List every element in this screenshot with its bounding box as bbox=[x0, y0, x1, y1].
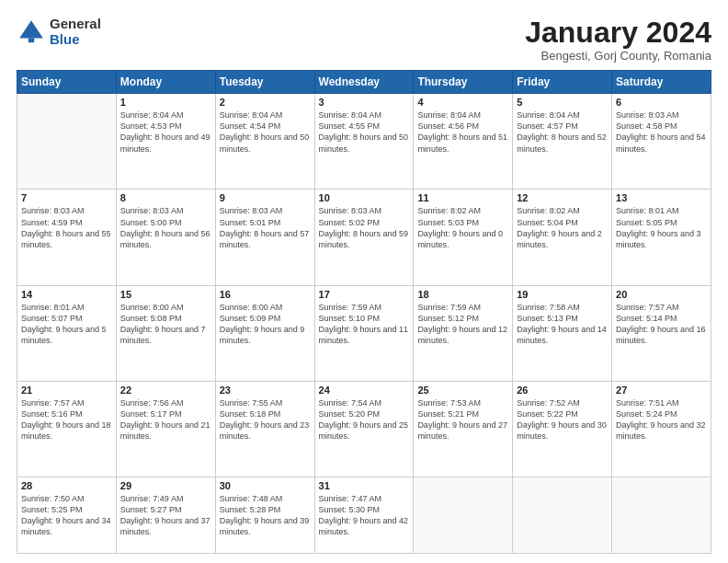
svg-marker-0 bbox=[19, 20, 43, 38]
calendar-week-2: 14Sunrise: 8:01 AMSunset: 5:07 PMDayligh… bbox=[17, 285, 711, 381]
day-info: Sunrise: 8:03 AMSunset: 5:01 PMDaylight:… bbox=[220, 205, 311, 250]
calendar-cell: 29Sunrise: 7:49 AMSunset: 5:27 PMDayligh… bbox=[116, 477, 215, 554]
calendar-week-0: 1Sunrise: 8:04 AMSunset: 4:53 PMDaylight… bbox=[17, 94, 711, 190]
day-number: 9 bbox=[220, 192, 311, 203]
day-info: Sunrise: 7:47 AMSunset: 5:30 PMDaylight:… bbox=[319, 493, 410, 538]
day-info: Sunrise: 7:52 AMSunset: 5:22 PMDaylight:… bbox=[517, 397, 608, 442]
calendar-cell: 7Sunrise: 8:03 AMSunset: 4:59 PMDaylight… bbox=[17, 190, 117, 285]
day-number: 4 bbox=[417, 97, 508, 108]
day-info: Sunrise: 7:49 AMSunset: 5:27 PMDaylight:… bbox=[120, 493, 211, 538]
day-number: 10 bbox=[319, 192, 410, 203]
day-number: 31 bbox=[319, 480, 410, 491]
day-number: 14 bbox=[21, 289, 112, 300]
day-number: 20 bbox=[616, 289, 707, 300]
logo: General Blue bbox=[17, 17, 101, 47]
weekday-header-friday: Friday bbox=[513, 71, 612, 94]
day-number: 23 bbox=[220, 385, 311, 396]
weekday-header-thursday: Thursday bbox=[414, 71, 513, 94]
calendar-cell: 4Sunrise: 8:04 AMSunset: 4:56 PMDaylight… bbox=[414, 94, 513, 190]
day-number: 24 bbox=[319, 385, 410, 396]
day-number: 26 bbox=[517, 385, 608, 396]
day-info: Sunrise: 8:01 AMSunset: 5:07 PMDaylight:… bbox=[21, 302, 112, 347]
day-number: 13 bbox=[616, 192, 707, 203]
calendar-cell: 23Sunrise: 7:55 AMSunset: 5:18 PMDayligh… bbox=[215, 381, 314, 477]
calendar-cell: 27Sunrise: 7:51 AMSunset: 5:24 PMDayligh… bbox=[612, 381, 711, 477]
day-info: Sunrise: 7:57 AMSunset: 5:16 PMDaylight:… bbox=[21, 397, 112, 442]
day-info: Sunrise: 7:57 AMSunset: 5:14 PMDaylight:… bbox=[616, 302, 707, 347]
day-number: 1 bbox=[120, 97, 211, 108]
day-number: 27 bbox=[616, 385, 707, 396]
day-number: 17 bbox=[319, 289, 410, 300]
header: General Blue January 2024 Bengesti, Gorj… bbox=[17, 17, 711, 63]
calendar-cell: 20Sunrise: 7:57 AMSunset: 5:14 PMDayligh… bbox=[612, 285, 711, 381]
calendar-cell: 19Sunrise: 7:58 AMSunset: 5:13 PMDayligh… bbox=[513, 285, 612, 381]
day-info: Sunrise: 8:04 AMSunset: 4:53 PMDaylight:… bbox=[120, 109, 211, 155]
calendar-cell: 30Sunrise: 7:48 AMSunset: 5:28 PMDayligh… bbox=[215, 477, 314, 554]
day-info: Sunrise: 8:04 AMSunset: 4:57 PMDaylight:… bbox=[517, 109, 608, 155]
day-info: Sunrise: 8:03 AMSunset: 4:59 PMDaylight:… bbox=[21, 205, 112, 250]
logo-icon bbox=[17, 17, 46, 47]
day-info: Sunrise: 8:04 AMSunset: 4:55 PMDaylight:… bbox=[319, 109, 410, 155]
calendar-cell: 25Sunrise: 7:53 AMSunset: 5:21 PMDayligh… bbox=[414, 381, 513, 477]
day-info: Sunrise: 8:01 AMSunset: 5:05 PMDaylight:… bbox=[616, 205, 707, 250]
day-info: Sunrise: 8:02 AMSunset: 5:04 PMDaylight:… bbox=[517, 205, 608, 250]
day-info: Sunrise: 8:04 AMSunset: 4:56 PMDaylight:… bbox=[417, 109, 508, 155]
day-number: 25 bbox=[417, 385, 508, 396]
day-number: 12 bbox=[517, 192, 608, 203]
day-number: 2 bbox=[220, 97, 311, 108]
day-info: Sunrise: 8:03 AMSunset: 5:02 PMDaylight:… bbox=[319, 205, 410, 250]
day-number: 21 bbox=[21, 385, 112, 396]
calendar-cell: 5Sunrise: 8:04 AMSunset: 4:57 PMDaylight… bbox=[513, 94, 612, 190]
day-number: 3 bbox=[319, 97, 410, 108]
calendar-cell: 9Sunrise: 8:03 AMSunset: 5:01 PMDaylight… bbox=[215, 190, 314, 285]
weekday-header-tuesday: Tuesday bbox=[215, 71, 314, 94]
day-info: Sunrise: 7:58 AMSunset: 5:13 PMDaylight:… bbox=[517, 302, 608, 347]
day-number: 28 bbox=[21, 480, 112, 491]
day-number: 8 bbox=[120, 192, 211, 203]
weekday-header-saturday: Saturday bbox=[612, 71, 711, 94]
calendar-cell: 14Sunrise: 8:01 AMSunset: 5:07 PMDayligh… bbox=[17, 285, 117, 381]
calendar-cell bbox=[414, 477, 513, 554]
weekday-header-wednesday: Wednesday bbox=[314, 71, 414, 94]
calendar-cell: 13Sunrise: 8:01 AMSunset: 5:05 PMDayligh… bbox=[612, 190, 711, 285]
day-info: Sunrise: 7:55 AMSunset: 5:18 PMDaylight:… bbox=[220, 397, 311, 442]
day-info: Sunrise: 7:59 AMSunset: 5:12 PMDaylight:… bbox=[417, 302, 508, 347]
day-number: 6 bbox=[616, 97, 707, 108]
calendar-cell bbox=[17, 94, 117, 190]
day-number: 15 bbox=[120, 289, 211, 300]
day-info: Sunrise: 8:00 AMSunset: 5:08 PMDaylight:… bbox=[120, 302, 211, 347]
calendar-cell: 24Sunrise: 7:54 AMSunset: 5:20 PMDayligh… bbox=[314, 381, 414, 477]
weekday-header-sunday: Sunday bbox=[17, 71, 117, 94]
day-info: Sunrise: 8:03 AMSunset: 4:58 PMDaylight:… bbox=[616, 109, 707, 155]
day-number: 5 bbox=[517, 97, 608, 108]
calendar-cell: 12Sunrise: 8:02 AMSunset: 5:04 PMDayligh… bbox=[513, 190, 612, 285]
day-number: 22 bbox=[120, 385, 211, 396]
day-number: 18 bbox=[417, 289, 508, 300]
title-block: January 2024 Bengesti, Gorj County, Roma… bbox=[525, 17, 711, 63]
day-info: Sunrise: 7:56 AMSunset: 5:17 PMDaylight:… bbox=[120, 397, 211, 442]
calendar-cell: 6Sunrise: 8:03 AMSunset: 4:58 PMDaylight… bbox=[612, 94, 711, 190]
day-info: Sunrise: 8:04 AMSunset: 4:54 PMDaylight:… bbox=[220, 109, 311, 155]
calendar-cell bbox=[513, 477, 612, 554]
day-number: 19 bbox=[517, 289, 608, 300]
month-title: January 2024 bbox=[525, 17, 711, 49]
calendar-cell: 3Sunrise: 8:04 AMSunset: 4:55 PMDaylight… bbox=[314, 94, 414, 190]
day-number: 11 bbox=[417, 192, 508, 203]
day-number: 29 bbox=[120, 480, 211, 491]
logo-general-text: General bbox=[50, 17, 101, 32]
weekday-header-row: SundayMondayTuesdayWednesdayThursdayFrid… bbox=[17, 71, 711, 94]
calendar-cell bbox=[612, 477, 711, 554]
day-number: 16 bbox=[220, 289, 311, 300]
day-info: Sunrise: 7:59 AMSunset: 5:10 PMDaylight:… bbox=[319, 302, 410, 347]
calendar-cell: 22Sunrise: 7:56 AMSunset: 5:17 PMDayligh… bbox=[116, 381, 215, 477]
calendar-cell: 11Sunrise: 8:02 AMSunset: 5:03 PMDayligh… bbox=[414, 190, 513, 285]
day-info: Sunrise: 7:48 AMSunset: 5:28 PMDaylight:… bbox=[220, 493, 311, 538]
day-info: Sunrise: 7:50 AMSunset: 5:25 PMDaylight:… bbox=[21, 493, 112, 538]
location-subtitle: Bengesti, Gorj County, Romania bbox=[525, 49, 711, 63]
calendar-cell: 2Sunrise: 8:04 AMSunset: 4:54 PMDaylight… bbox=[215, 94, 314, 190]
calendar-cell: 31Sunrise: 7:47 AMSunset: 5:30 PMDayligh… bbox=[314, 477, 414, 554]
logo-blue-text: Blue bbox=[50, 32, 101, 48]
calendar-cell: 16Sunrise: 8:00 AMSunset: 5:09 PMDayligh… bbox=[215, 285, 314, 381]
calendar-cell: 18Sunrise: 7:59 AMSunset: 5:12 PMDayligh… bbox=[414, 285, 513, 381]
calendar-cell: 17Sunrise: 7:59 AMSunset: 5:10 PMDayligh… bbox=[314, 285, 414, 381]
